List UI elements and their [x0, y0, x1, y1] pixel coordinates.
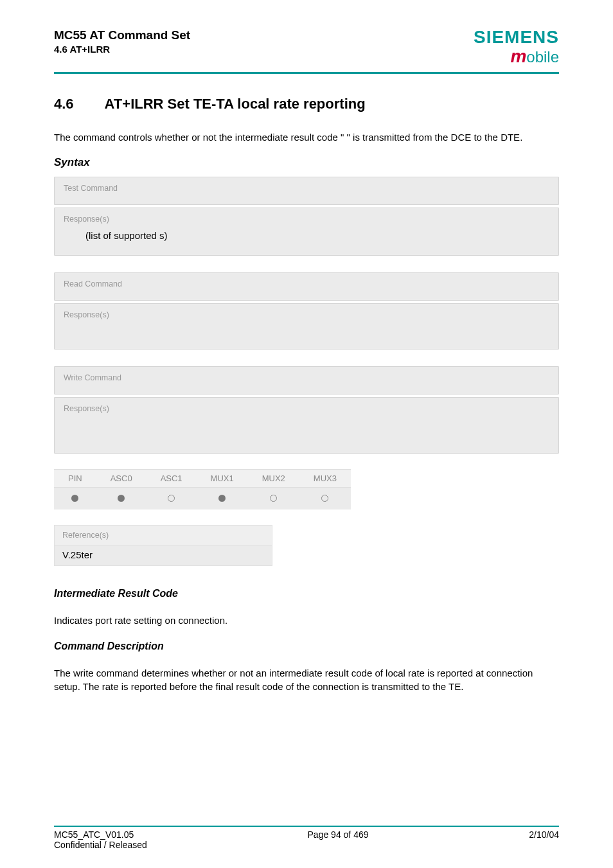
- panel-read-response: Response(s): [54, 303, 559, 350]
- page-footer: MC55_ATC_V01.05 Confidential / Released …: [54, 826, 559, 850]
- brand-logo-text: SIEMENS: [474, 28, 559, 46]
- dot-asc0: [96, 488, 147, 509]
- dot-empty-icon: [270, 495, 277, 502]
- irc-body: Indicates port rate setting on connectio…: [54, 614, 559, 628]
- dot-mux2: [248, 488, 299, 509]
- support-table-el: PIN ASC0 ASC1 MUX1 MUX2 MUX3: [54, 469, 351, 509]
- panel-label-test-resp: Response(s): [55, 208, 558, 225]
- dot-mux3: [299, 488, 351, 509]
- dot-fill-icon: [71, 495, 78, 502]
- footer-left2: Confidential / Released: [54, 840, 147, 850]
- section-title-text: AT+ILRR Set TE-TA local rate reporting: [105, 96, 366, 112]
- dot-fill-icon: [218, 495, 226, 502]
- reference-label: Reference(s): [54, 525, 272, 545]
- brand-m-icon: m: [510, 46, 526, 66]
- section-number: 4.6: [54, 96, 74, 112]
- panel-label-read: Read Command: [55, 273, 558, 300]
- cmddesc-heading: Command Description: [54, 641, 559, 652]
- support-table: PIN ASC0 ASC1 MUX1 MUX2 MUX3: [54, 469, 559, 509]
- dot-pin: [54, 488, 96, 509]
- doc-title: MC55 AT Command Set: [54, 28, 190, 42]
- col-asc1: ASC1: [147, 469, 197, 488]
- dot-empty-icon: [321, 495, 328, 502]
- irc-heading: Intermediate Result Code: [54, 588, 559, 599]
- support-header-row: PIN ASC0 ASC1 MUX1 MUX2 MUX3: [54, 469, 351, 488]
- section-heading: 4.6 AT+ILRR Set TE-TA local rate reporti…: [54, 96, 559, 112]
- brand-block: SIEMENS mobile: [474, 28, 559, 66]
- footer-left: MC55_ATC_V01.05 Confidential / Released: [54, 829, 147, 850]
- panel-label-write: Write Command: [55, 367, 558, 394]
- footer-center: Page 94 of 469: [308, 829, 369, 850]
- col-asc0: ASC0: [96, 469, 147, 488]
- col-mux2: MUX2: [248, 469, 299, 488]
- cmddesc-body: The write command determines whether or …: [54, 666, 559, 695]
- col-mux1: MUX1: [197, 469, 248, 488]
- dot-fill-icon: [118, 495, 125, 502]
- col-mux3: MUX3: [299, 469, 351, 488]
- panel-test-command: Test Command: [54, 177, 559, 205]
- panel-test-response: Response(s) (list of supported s): [54, 208, 559, 256]
- page-root: MC55 AT Command Set 4.6 AT+ILRR SIEMENS …: [0, 0, 613, 868]
- col-pin: PIN: [54, 469, 96, 488]
- panel-label-read-resp: Response(s): [55, 304, 558, 349]
- support-dot-row: [54, 488, 351, 509]
- doc-subtitle: 4.6 AT+ILRR: [54, 44, 190, 55]
- panel-write-response: Response(s): [54, 397, 559, 454]
- panel-label-write-resp: Response(s): [55, 398, 558, 453]
- panel-body-test-resp: (list of supported s): [55, 225, 558, 255]
- footer-rule: [54, 826, 559, 827]
- dot-empty-icon: [168, 495, 175, 502]
- header-rule: [54, 72, 559, 74]
- brand-sub-text: mobile: [474, 48, 559, 66]
- panel-label-test: Test Command: [55, 177, 558, 204]
- reference-body: V.25ter: [54, 545, 272, 566]
- syntax-heading: Syntax: [54, 156, 559, 169]
- dot-asc1: [147, 488, 197, 509]
- panel-read-command: Read Command: [54, 272, 559, 301]
- header-left: MC55 AT Command Set 4.6 AT+ILRR: [54, 28, 190, 55]
- dot-mux1: [197, 488, 248, 509]
- reference-block: Reference(s) V.25ter: [54, 525, 272, 566]
- footer-row: MC55_ATC_V01.05 Confidential / Released …: [54, 829, 559, 850]
- intro-paragraph: The command controls whether or not the …: [54, 130, 559, 145]
- page-header: MC55 AT Command Set 4.6 AT+ILRR SIEMENS …: [54, 28, 559, 66]
- footer-left1: MC55_ATC_V01.05: [54, 829, 147, 840]
- footer-right: 2/10/04: [529, 829, 559, 850]
- panel-write-command: Write Command: [54, 366, 559, 394]
